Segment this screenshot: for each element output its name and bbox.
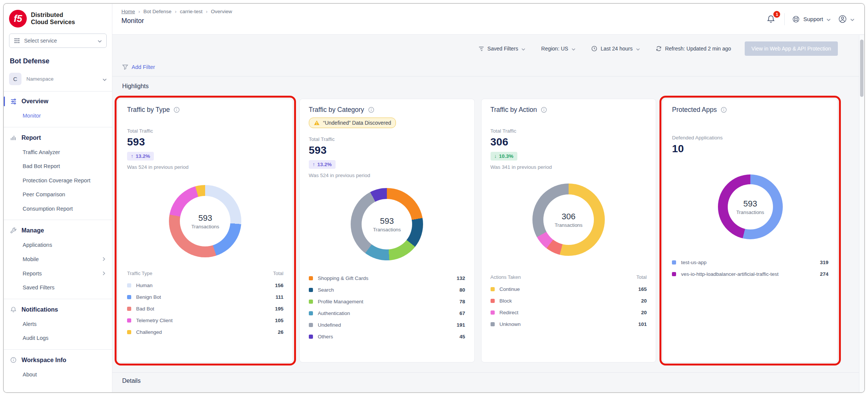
chevron-down-icon <box>827 16 831 22</box>
legend-value: 67 <box>455 310 465 316</box>
account-menu[interactable] <box>838 15 854 23</box>
legend-item-redirect[interactable]: Redirect20 <box>491 307 647 318</box>
time-range-dropdown[interactable]: Last 24 hours <box>591 46 640 52</box>
legend-header: Actions TakenTotal <box>491 272 647 283</box>
nav-sub-label: Saved Filters <box>23 284 55 292</box>
refresh-button[interactable]: Refresh: Updated 2 min ago <box>656 46 731 52</box>
chevron-down-icon <box>572 46 575 52</box>
legend-swatch <box>127 295 131 299</box>
legend-item-benign-bot[interactable]: Benign Bot111 <box>127 291 284 303</box>
delta-badge: ↓ 10.3% <box>491 152 517 161</box>
legend-item-continue[interactable]: Continue165 <box>491 283 647 295</box>
chevron-down-icon <box>850 16 854 22</box>
legend-swatch <box>491 287 495 291</box>
legend-item-others[interactable]: Others45 <box>309 331 465 342</box>
brand-logo[interactable]: f5 Distributed Cloud Services <box>4 4 112 31</box>
sidebar: f5 Distributed Cloud Services Select ser… <box>4 4 112 392</box>
legend-value: 156 <box>271 283 284 288</box>
nav-sub-label: Audit Logs <box>23 335 49 342</box>
legend-item-human[interactable]: Human156 <box>127 280 284 291</box>
legend-swatch <box>309 335 313 339</box>
add-filter-label: Add Filter <box>132 64 155 70</box>
legend-value: 26 <box>274 329 284 335</box>
sidebar-item-overview[interactable]: Overview <box>4 94 112 109</box>
notifications-button[interactable]: 1 <box>765 13 777 25</box>
sidebar-item-workspace-info[interactable]: Workspace Info <box>4 353 112 368</box>
sidebar-item-bad-bot-report[interactable]: Bad Bot Report <box>4 159 112 174</box>
info-icon <box>10 357 17 363</box>
sidebar-item-mobile[interactable]: Mobile <box>4 252 112 267</box>
sidebar-item-peer-comparison[interactable]: Peer Comparison <box>4 188 112 202</box>
legend-item-block[interactable]: Block20 <box>491 295 647 307</box>
legend-item-authentication[interactable]: Authentication67 <box>309 307 465 319</box>
sidebar-item-report[interactable]: Report <box>4 130 112 145</box>
breadcrumb-separator: › <box>175 9 176 14</box>
sidebar-item-alerts[interactable]: Alerts <box>4 317 112 332</box>
legend-label: Block <box>500 298 512 304</box>
info-icon[interactable] <box>541 107 547 113</box>
legend-value: 195 <box>271 306 284 312</box>
view-in-waap-button[interactable]: View in Web App & API Protection <box>745 41 838 56</box>
legend-item-undefined[interactable]: Undefined191 <box>309 319 465 331</box>
nav-sub-label: Protection Coverage Report <box>23 177 90 185</box>
legend-item-search[interactable]: Search80 <box>309 284 465 296</box>
report-icon <box>10 135 17 141</box>
donut-center-label: Transactions <box>191 224 219 229</box>
chevron-down-icon <box>521 46 525 52</box>
legend-item-unknown[interactable]: Unknown101 <box>491 318 647 330</box>
sidebar-item-consumption-report[interactable]: Consumption Report <box>4 202 112 216</box>
region-dropdown[interactable]: Region: US <box>541 46 575 52</box>
legend-label: Human <box>136 283 153 288</box>
namespace-selector[interactable]: C Namespace <box>9 73 107 85</box>
legend-label: Undefined <box>318 322 341 328</box>
grid-icon <box>14 38 20 44</box>
sidebar-item-about[interactable]: About <box>4 368 112 382</box>
legend-swatch <box>127 330 131 334</box>
info-icon[interactable] <box>173 107 180 113</box>
highlights-section-title: Highlights <box>112 76 864 94</box>
donut-center-label: Transactions <box>555 222 583 228</box>
card-legend: test-us-app319ves-io-http-loadbalancer-a… <box>672 257 828 280</box>
legend-label: Profile Management <box>318 299 363 304</box>
legend-item-test-us-app[interactable]: test-us-app319 <box>672 257 828 268</box>
sidebar-item-monitor[interactable]: Monitor <box>4 109 112 123</box>
sidebar-item-notifications[interactable]: Notifications <box>4 302 112 317</box>
saved-filters-dropdown[interactable]: Saved Filters <box>478 46 526 52</box>
legend-header-label: Traffic Type <box>127 271 152 276</box>
info-icon[interactable] <box>368 107 374 113</box>
metric-value: 306 <box>491 136 647 148</box>
legend-label: Challenged <box>136 329 162 335</box>
sidebar-item-protection-coverage-report[interactable]: Protection Coverage Report <box>4 174 112 188</box>
breadcrumb-home[interactable]: Home <box>121 9 135 14</box>
card-legend: Actions TakenTotalContinue165Block20Redi… <box>491 272 647 330</box>
sidebar-item-manage[interactable]: Manage <box>4 223 112 238</box>
sidebar-item-traffic-analyzer[interactable]: Traffic Analyzer <box>4 145 112 160</box>
legend-item-ves-io-http-loadbalancer-artificial-traffic-test[interactable]: ves-io-http-loadbalancer-artificial-traf… <box>672 268 828 280</box>
legend-item-telemetry-client[interactable]: Telemetry Client105 <box>127 315 284 326</box>
info-icon[interactable] <box>721 107 727 113</box>
legend-label: Redirect <box>500 310 518 315</box>
sidebar-item-saved-filters[interactable]: Saved Filters <box>4 281 112 295</box>
page-title: Monitor <box>121 17 232 25</box>
warning-triangle-icon <box>314 120 320 125</box>
add-filter-button[interactable]: Add Filter <box>112 57 864 76</box>
breadcrumb-carrie-test[interactable]: carrie-test <box>180 9 202 14</box>
namespace-label: Namespace <box>26 76 54 82</box>
legend-value: 105 <box>271 318 284 323</box>
scrollbar-thumb[interactable] <box>860 40 863 97</box>
sidebar-item-reports[interactable]: Reports <box>4 267 112 281</box>
legend-item-challenged[interactable]: Challenged26 <box>127 326 284 338</box>
legend-item-bad-bot[interactable]: Bad Bot195 <box>127 303 284 315</box>
sidebar-nav: OverviewMonitorReportTraffic AnalyzerBad… <box>4 91 112 385</box>
support-menu[interactable]: Support <box>792 15 831 23</box>
legend-item-shopping-gift-cards[interactable]: Shopping & Gift Cards132 <box>309 272 465 284</box>
select-service-dropdown[interactable]: Select service <box>9 34 107 48</box>
legend-item-profile-management[interactable]: Profile Management78 <box>309 296 465 307</box>
nav-sub-label: Monitor <box>23 112 41 120</box>
sidebar-item-applications[interactable]: Applications <box>4 238 112 252</box>
breadcrumb-bot-defense[interactable]: Bot Defense <box>143 9 171 14</box>
select-service-label: Select service <box>24 38 57 44</box>
sidebar-item-audit-logs[interactable]: Audit Logs <box>4 331 112 346</box>
legend-label: Continue <box>500 286 520 292</box>
undefined-data-warning-badge: “Undefined” Data Discovered <box>309 118 396 128</box>
